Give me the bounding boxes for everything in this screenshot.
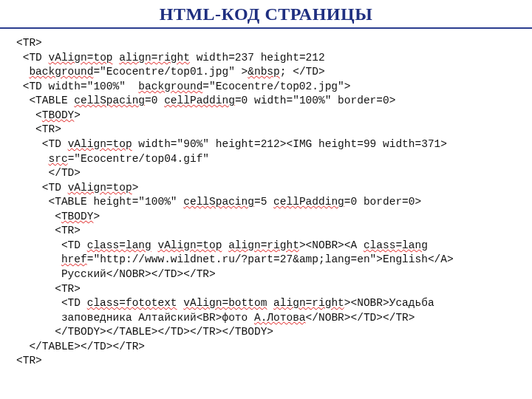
- code-span: vAlign=top: [68, 182, 132, 194]
- code-span: cellPadding: [273, 196, 344, 208]
- code-line: <TD: [16, 52, 49, 64]
- code-span: ><NOBR>Усадьба: [344, 297, 434, 309]
- code-span: <: [16, 211, 61, 222]
- code-line: <TR>: [16, 283, 81, 295]
- code-span: TBODY: [61, 211, 94, 222]
- code-span: [113, 52, 120, 64]
- code-line: </TD>: [16, 167, 81, 179]
- code-span: vAlign=top: [157, 239, 222, 251]
- code-span: <TD: [16, 239, 87, 251]
- code-span: </NOBR></TD></TR>: [306, 312, 415, 324]
- code-span: &nbsp: [248, 66, 280, 78]
- code-span: align=right: [273, 297, 344, 309]
- code-span: [16, 66, 29, 78]
- code-span: ; </TD>: [280, 66, 325, 78]
- code-span: заповедника Алтайский<BR>фото: [16, 312, 254, 324]
- code-span: cellSpacing: [74, 95, 145, 106]
- code-span: =5: [254, 196, 273, 208]
- code-span: [267, 297, 273, 309]
- html-source-code: <TR> <TD vAlign=top align=right width=23…: [0, 29, 532, 376]
- code-line: Русский</NOBR></TD></TR>: [16, 268, 216, 280]
- code-span: =0 width="100%" border=0>: [235, 95, 396, 106]
- code-span: cellSpacing: [183, 196, 254, 208]
- code-span: <TABLE height="100%": [16, 196, 183, 208]
- code-span: background: [138, 81, 202, 92]
- code-span: [222, 239, 228, 251]
- code-span: cellPadding: [164, 95, 235, 106]
- code-span: =0: [145, 95, 164, 106]
- code-span: align=right: [119, 52, 190, 64]
- code-span: TBODY: [42, 109, 75, 121]
- code-span: [177, 297, 184, 309]
- code-span: width="90%" height=212><IMG height=99 wi…: [132, 138, 447, 150]
- code-span: [16, 153, 49, 165]
- code-line: </TBODY></TABLE></TD></TR></TBODY>: [16, 326, 273, 338]
- code-span: class=lang: [87, 239, 151, 251]
- code-span: class=fototext: [87, 297, 177, 309]
- code-line: <TR>: [16, 37, 42, 49]
- code-line: <TR>: [16, 123, 61, 135]
- code-span: align=right: [228, 239, 299, 251]
- code-span: <TD width="100%": [16, 81, 138, 92]
- code-span: background: [29, 66, 93, 78]
- code-span: vAlign=bottom: [183, 297, 267, 309]
- code-span: width=237 height=212: [190, 52, 325, 64]
- code-span: vAlign=top: [68, 138, 132, 150]
- code-span: >: [132, 182, 139, 194]
- code-span: src: [49, 153, 68, 165]
- code-span: [16, 253, 61, 265]
- code-span: ="http://www.wildnet.ru/?part=27&amp;lan…: [87, 253, 454, 265]
- code-span: class=lang: [364, 239, 428, 251]
- code-span: <TD: [16, 297, 87, 309]
- code-span: ="Ecocentre/top01.jpg" >: [93, 66, 248, 78]
- code-line: </TABLE></TD></TR>: [16, 341, 145, 352]
- code-span: <TD: [16, 138, 68, 150]
- code-line: <TR>: [16, 225, 81, 236]
- code-span: =0 border=0>: [344, 196, 421, 208]
- title-bar: HTML-КОД СТРАНИЦЫ: [0, 0, 532, 29]
- code-span: <TABLE: [16, 95, 74, 106]
- page-title: HTML-КОД СТРАНИЦЫ: [160, 4, 372, 24]
- code-span: >: [74, 109, 81, 121]
- code-span: ><NOBR><A: [299, 239, 364, 251]
- code-span: vAlign=top: [49, 52, 113, 64]
- code-span: <TD: [16, 182, 68, 194]
- code-line: <TR>: [16, 355, 42, 366]
- code-span: ="Ecocentre/top02.jpg">: [202, 81, 350, 92]
- code-span: <: [16, 109, 42, 121]
- code-span: ="Ecocentre/top04.gif": [68, 153, 209, 165]
- code-span: >: [93, 211, 100, 222]
- code-span: А.Лотова: [254, 312, 306, 324]
- code-span: href: [61, 253, 87, 265]
